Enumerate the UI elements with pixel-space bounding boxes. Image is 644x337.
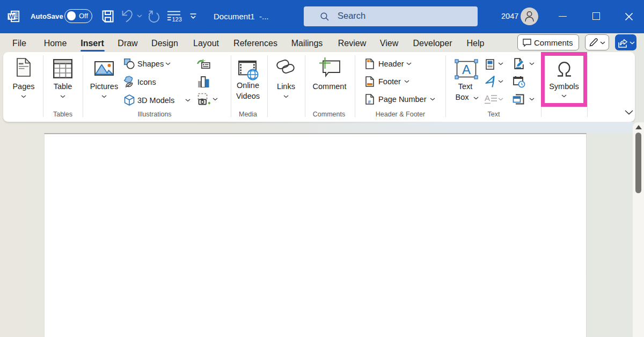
svg-text:A: A	[462, 62, 471, 77]
svg-text:W: W	[9, 13, 14, 20]
svg-text:123: 123	[172, 16, 182, 23]
svg-text:A: A	[485, 94, 490, 102]
svg-text:#: #	[368, 99, 371, 105]
